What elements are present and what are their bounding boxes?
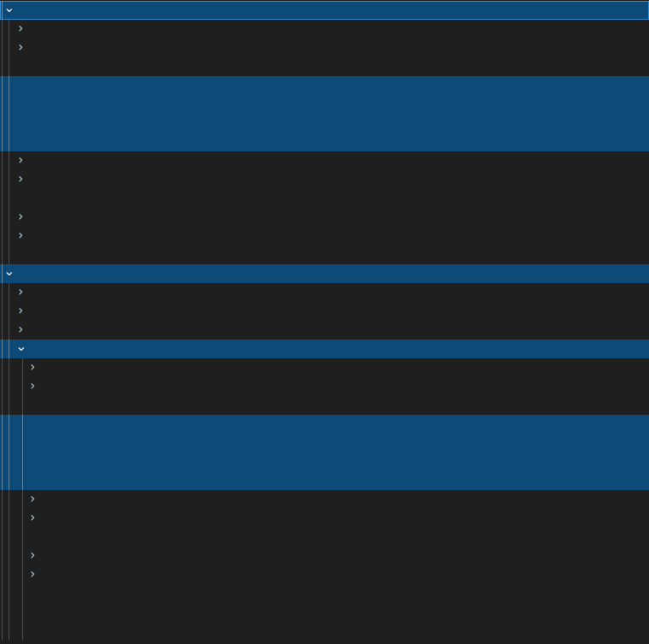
chevron-down-icon[interactable]: › [11, 342, 30, 356]
variable-row[interactable]: ocr_score = nan [0, 584, 649, 603]
chevron-right-icon[interactable]: › [26, 509, 39, 528]
variable-row[interactable]: › model_fields = {'parse_score': FieldIn… [0, 208, 649, 227]
chevron-right-icon[interactable]: › [14, 151, 27, 170]
chevron-right-icon[interactable]: › [26, 377, 39, 396]
chevron-right-icon[interactable]: › [14, 283, 27, 302]
variable-row[interactable]: › confidence = ConfidenceReport(parse_sc… [0, 1, 649, 20]
chevron-down-icon[interactable]: › [0, 3, 18, 17]
variable-row[interactable]: mean_score = 0.9574992060661316 [0, 133, 649, 151]
variable-row[interactable]: low_grade = <QualityGrade.EXCELLENT: 'ex… [0, 76, 649, 95]
variable-row[interactable]: › function variables [0, 38, 649, 57]
chevron-right-icon[interactable]: › [14, 170, 27, 189]
variable-row[interactable]: › special variables [0, 20, 649, 38]
variable-row[interactable]: › function variables [0, 377, 649, 396]
chevron-right-icon[interactable]: › [14, 302, 27, 321]
variable-row[interactable]: model_extra = None [0, 528, 649, 547]
variable-row[interactable]: › function variables [0, 302, 649, 321]
chevron-right-icon[interactable]: › [14, 208, 27, 227]
variable-row[interactable]: layout_score = 0.9149984121322632 [0, 57, 649, 76]
chevron-down-icon[interactable]: › [0, 267, 18, 281]
variable-row[interactable]: › model_fields_set = {'ocr_score', 'layo… [0, 227, 649, 245]
variable-row[interactable]: table_score = nan [0, 622, 649, 641]
chevron-right-icon[interactable]: › [14, 321, 27, 340]
chevron-right-icon[interactable]: › [14, 20, 27, 38]
variable-row[interactable]: low_score = 0.91924849152565 [0, 434, 649, 452]
variable-row[interactable]: ocr_score = nan [0, 245, 649, 264]
variable-row[interactable]: parse_score = 1.0 [0, 603, 649, 622]
variable-row[interactable]: › model_computed_fields = {'mean_grade':… [0, 490, 649, 509]
variable-row[interactable]: › model_config = {} [0, 170, 649, 189]
variable-row[interactable]: › model_fields = {'parse_score': FieldIn… [0, 547, 649, 565]
chevron-right-icon[interactable]: › [14, 38, 27, 57]
variable-row[interactable]: low_score = 0.91924849152565 [0, 95, 649, 114]
variable-row[interactable]: › special variables [0, 358, 649, 377]
variable-row[interactable]: mean_grade = <QualityGrade.EXCELLENT: 'e… [0, 452, 649, 471]
variable-row[interactable]: model_extra = None [0, 189, 649, 208]
variable-row[interactable]: › pages = defaultdict(<class 'docling.da… [0, 264, 649, 283]
variable-row[interactable]: › class variables [0, 321, 649, 340]
chevron-right-icon[interactable]: › [26, 490, 39, 509]
debug-variables-tree: › confidence = ConfidenceReport(parse_sc… [0, 0, 649, 644]
variable-row[interactable]: › model_fields_set = {'parse_score', 'oc… [0, 565, 649, 584]
variable-row[interactable]: mean_score = 0.9574992060661316 [0, 471, 649, 490]
chevron-right-icon[interactable]: › [26, 565, 39, 584]
variable-row[interactable]: mean_grade = <QualityGrade.EXCELLENT: 'e… [0, 114, 649, 133]
chevron-right-icon[interactable]: › [14, 227, 27, 245]
chevron-right-icon[interactable]: › [26, 547, 39, 565]
variable-row[interactable]: › special variables [0, 283, 649, 302]
variable-row[interactable]: layout_score = 0.9149984121322632 [0, 396, 649, 415]
chevron-right-icon[interactable]: › [26, 358, 39, 377]
variable-row[interactable]: low_grade = <QualityGrade.EXCELLENT: 'ex… [0, 415, 649, 434]
variable-row[interactable]: › model_computed_fields = {'mean_grade':… [0, 151, 649, 170]
variable-row[interactable]: › model_config = {} [0, 509, 649, 528]
variable-row[interactable]: › 0 = PageConfidenceScores(parse_score=1… [0, 340, 649, 358]
